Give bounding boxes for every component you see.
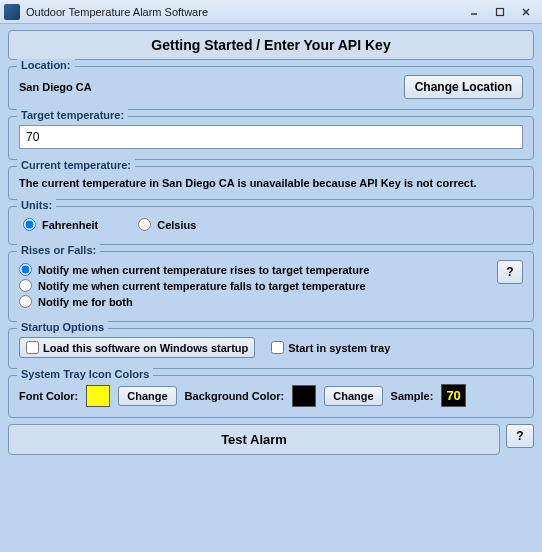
close-button[interactable] — [514, 4, 538, 20]
tray-colors-group: System Tray Icon Colors Font Color: Chan… — [8, 375, 534, 418]
current-temp-group: Current temperature: The current tempera… — [8, 166, 534, 200]
fahrenheit-label: Fahrenheit — [42, 219, 98, 231]
sample-preview: 70 — [441, 384, 465, 407]
load-on-startup-checkbox[interactable] — [26, 341, 39, 354]
current-status-text: The current temperature in San Diego CA … — [19, 175, 523, 189]
start-in-tray-label: Start in system tray — [288, 342, 390, 354]
titlebar: Outdoor Temperature Alarm Software — [0, 0, 542, 24]
location-group: Location: San Diego CA Change Location — [8, 66, 534, 110]
app-icon — [4, 4, 20, 20]
test-alarm-button[interactable]: Test Alarm — [8, 424, 500, 455]
minimize-button[interactable] — [462, 4, 486, 20]
load-on-startup-label: Load this software on Windows startup — [43, 342, 248, 354]
svg-rect-1 — [497, 8, 504, 15]
notify-rise-label: Notify me when current temperature rises… — [38, 264, 369, 276]
fahrenheit-radio[interactable] — [23, 218, 36, 231]
startup-group: Startup Options Load this software on Wi… — [8, 328, 534, 369]
start-in-tray-checkbox[interactable] — [271, 341, 284, 354]
font-color-label: Font Color: — [19, 390, 78, 402]
target-legend: Target temperature: — [17, 109, 128, 121]
startup-legend: Startup Options — [17, 321, 108, 333]
window-title: Outdoor Temperature Alarm Software — [26, 6, 460, 18]
change-location-button[interactable]: Change Location — [404, 75, 523, 99]
font-color-swatch — [86, 385, 110, 407]
getting-started-button[interactable]: Getting Started / Enter Your API Key — [8, 30, 534, 60]
notify-fall-radio[interactable] — [19, 279, 32, 292]
notify-fall-label: Notify me when current temperature falls… — [38, 280, 366, 292]
notify-both-radio[interactable] — [19, 295, 32, 308]
notify-both-label: Notify me for both — [38, 296, 133, 308]
tray-colors-legend: System Tray Icon Colors — [17, 368, 153, 380]
notify-rise-radio[interactable] — [19, 263, 32, 276]
location-legend: Location: — [17, 59, 75, 71]
celsius-label: Celsius — [157, 219, 196, 231]
target-temp-group: Target temperature: — [8, 116, 534, 160]
units-legend: Units: — [17, 199, 56, 211]
change-bg-color-button[interactable]: Change — [324, 386, 382, 406]
bg-color-swatch — [292, 385, 316, 407]
maximize-button[interactable] — [488, 4, 512, 20]
change-font-color-button[interactable]: Change — [118, 386, 176, 406]
help-button[interactable]: ? — [506, 424, 534, 448]
bg-color-label: Background Color: — [185, 390, 285, 402]
celsius-radio[interactable] — [138, 218, 151, 231]
units-group: Units: Fahrenheit Celsius — [8, 206, 534, 245]
rises-help-button[interactable]: ? — [497, 260, 523, 284]
location-value: San Diego CA — [19, 81, 396, 93]
rises-legend: Rises or Falls: — [17, 244, 100, 256]
sample-label: Sample: — [391, 390, 434, 402]
target-temp-input[interactable] — [19, 125, 523, 149]
current-legend: Current temperature: — [17, 159, 135, 171]
rises-falls-group: Rises or Falls: Notify me when current t… — [8, 251, 534, 322]
